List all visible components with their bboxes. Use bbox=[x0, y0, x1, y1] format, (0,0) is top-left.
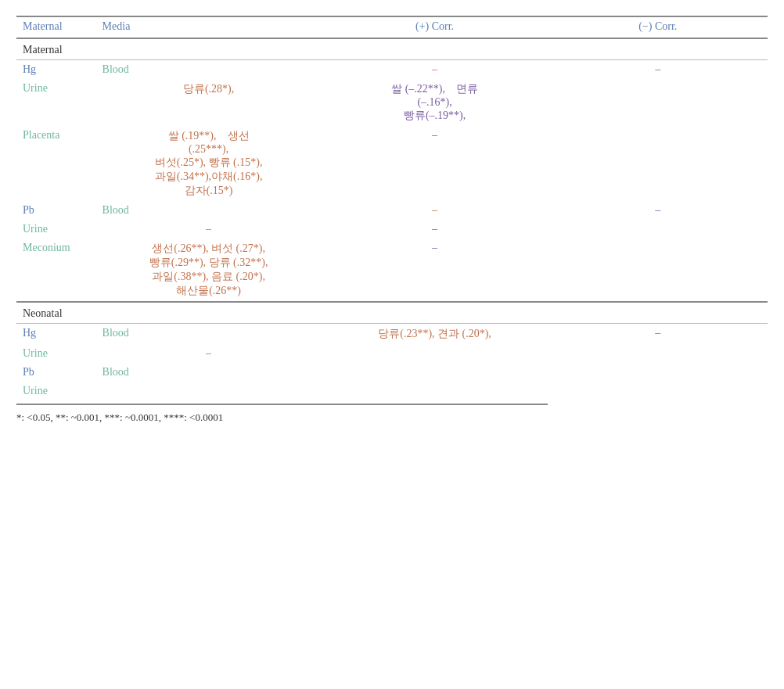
media-cell: Urine bbox=[16, 344, 96, 363]
section-label: Neonatal bbox=[16, 302, 768, 324]
table-row: PbBlood–– bbox=[16, 201, 768, 220]
table-row: HgBlood–– bbox=[16, 60, 768, 80]
footnote: *: <0.05, **: ~0.001, ***: ~0.0001, ****… bbox=[16, 411, 768, 424]
header-pos-corr: (+) Corr. bbox=[322, 16, 548, 38]
media-cell: Placenta bbox=[16, 126, 96, 201]
maternal-cell: Pb bbox=[16, 363, 96, 382]
media-cell: Urine bbox=[16, 79, 96, 126]
maternal-cell: Pb bbox=[16, 201, 96, 220]
table-row: Placenta쌀 (.19**), 생선 (.25***), 벼섯(.25*)… bbox=[16, 126, 768, 201]
pos-corr-cell bbox=[96, 382, 322, 404]
pos-corr-cell: 생선(.26**), 벼섯 (.27*), 빵류(.29**), 당류 (.32… bbox=[96, 239, 322, 302]
maternal-cell: Hg bbox=[16, 60, 96, 80]
header-media: Media bbox=[96, 16, 322, 38]
table-row: Urine bbox=[16, 382, 768, 404]
neg-corr-cell: 쌀 (–.22**), 면류 (–.16*), 빵류(–.19**), bbox=[322, 79, 548, 126]
table-row: Meconium생선(.26**), 벼섯 (.27*), 빵류(.29**),… bbox=[16, 239, 768, 302]
table-body: MaternalHgBlood––Urine당류(.28*),쌀 (–.22**… bbox=[16, 38, 768, 404]
neg-corr-cell: – bbox=[322, 220, 548, 239]
media-cell: Meconium bbox=[16, 239, 96, 302]
header-neg-corr: (−) Corr. bbox=[548, 16, 768, 38]
pos-corr-cell: 당류(.23**), 견과 (.20*), bbox=[322, 324, 548, 345]
pos-corr-cell: – bbox=[322, 60, 548, 80]
pos-corr-cell: – bbox=[96, 220, 322, 239]
pos-corr-cell: 쌀 (.19**), 생선 (.25***), 벼섯(.25*), 빵류 (.1… bbox=[96, 126, 322, 201]
media-cell: Blood bbox=[96, 60, 322, 80]
media-cell: Urine bbox=[16, 220, 96, 239]
neg-corr-cell bbox=[322, 382, 548, 404]
media-cell: Blood bbox=[96, 363, 322, 382]
neg-corr-cell bbox=[548, 363, 768, 382]
section-header-row: Maternal bbox=[16, 38, 768, 60]
neg-corr-cell: – bbox=[322, 126, 548, 201]
section-header-row: Neonatal bbox=[16, 302, 768, 324]
table-row: Urine당류(.28*),쌀 (–.22**), 면류 (–.16*), 빵류… bbox=[16, 79, 768, 126]
section-label: Maternal bbox=[16, 38, 768, 60]
media-cell: Blood bbox=[96, 324, 322, 345]
maternal-cell: Hg bbox=[16, 324, 96, 345]
table-row: PbBlood bbox=[16, 363, 768, 382]
main-container: Maternal Media (+) Corr. (−) Corr. Mater… bbox=[16, 16, 768, 424]
table-row: Urine– bbox=[16, 344, 768, 363]
pos-corr-cell bbox=[322, 363, 548, 382]
neg-corr-cell: – bbox=[548, 201, 768, 220]
correlation-table: Maternal Media (+) Corr. (−) Corr. Mater… bbox=[16, 16, 768, 405]
neg-corr-cell: – bbox=[322, 239, 548, 302]
neg-corr-cell: – bbox=[548, 60, 768, 80]
media-cell: Urine bbox=[16, 382, 96, 404]
header-maternal: Maternal bbox=[16, 16, 96, 38]
pos-corr-cell: – bbox=[96, 344, 322, 363]
table-row: HgBlood당류(.23**), 견과 (.20*),– bbox=[16, 324, 768, 345]
media-cell: Blood bbox=[96, 201, 322, 220]
pos-corr-cell: 당류(.28*), bbox=[96, 79, 322, 126]
pos-corr-cell: – bbox=[322, 201, 548, 220]
table-row: Urine–– bbox=[16, 220, 768, 239]
neg-corr-cell: – bbox=[548, 324, 768, 345]
table-header: Maternal Media (+) Corr. (−) Corr. bbox=[16, 16, 768, 38]
neg-corr-cell bbox=[322, 344, 548, 363]
